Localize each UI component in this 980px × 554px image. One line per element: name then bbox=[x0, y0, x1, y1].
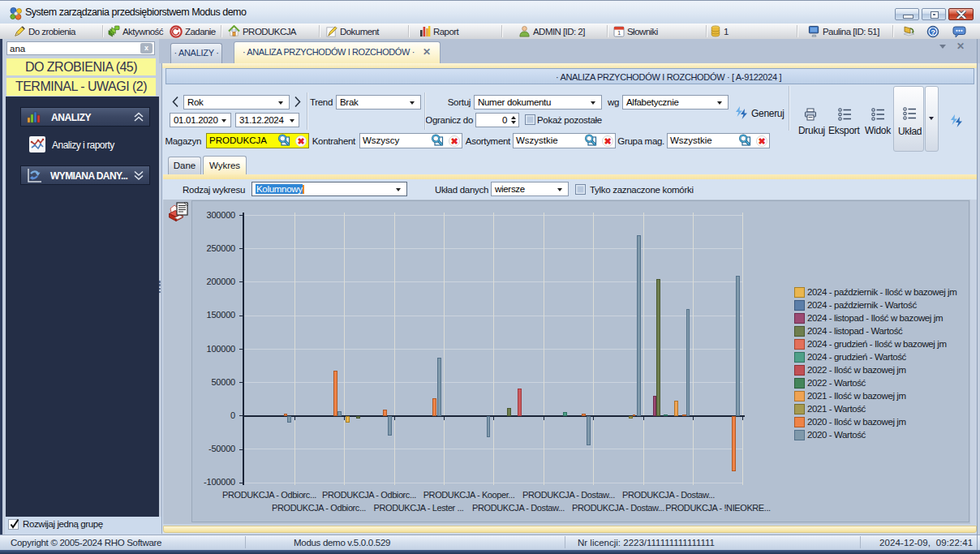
svg-text:?: ? bbox=[931, 27, 935, 36]
